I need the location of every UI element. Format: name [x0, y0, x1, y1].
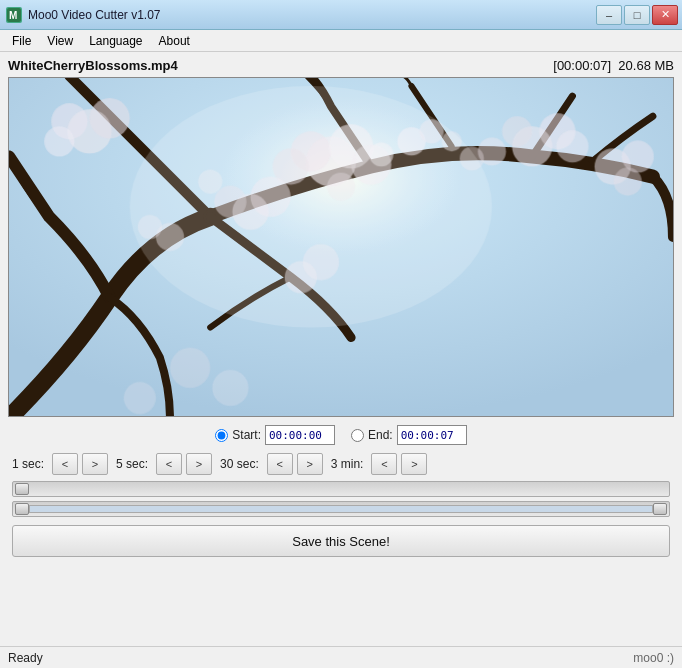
maximize-button[interactable]: □	[624, 5, 650, 25]
range-start-thumb[interactable]	[15, 503, 29, 515]
status-text: Ready	[8, 651, 43, 665]
seek-1sec-label: 1 sec:	[12, 457, 44, 471]
video-display[interactable]	[8, 77, 674, 417]
svg-point-15	[502, 116, 532, 146]
range-track[interactable]	[12, 501, 670, 517]
status-bar: Ready moo0 :)	[0, 646, 682, 668]
playhead-slider-row	[8, 481, 674, 497]
menu-language[interactable]: Language	[81, 32, 150, 50]
range-end-thumb[interactable]	[653, 503, 667, 515]
time-controls: Start: End:	[8, 425, 674, 445]
menu-view[interactable]: View	[39, 32, 81, 50]
window-title: Moo0 Video Cutter v1.07	[28, 8, 161, 22]
file-time: [00:00:07]	[553, 58, 611, 73]
start-time-input[interactable]	[265, 425, 335, 445]
playhead-thumb[interactable]	[15, 483, 29, 495]
seek-5sec-back[interactable]: <	[156, 453, 182, 475]
seek-3min-forward[interactable]: >	[401, 453, 427, 475]
svg-point-16	[556, 130, 588, 162]
range-fill	[29, 505, 653, 513]
seek-30sec-back[interactable]: <	[267, 453, 293, 475]
end-radio[interactable]	[351, 429, 364, 442]
menu-about[interactable]: About	[151, 32, 198, 50]
file-name: WhiteCherryBlossoms.mp4	[8, 58, 178, 73]
menu-bar: File View Language About	[0, 30, 682, 52]
svg-point-11	[89, 98, 129, 138]
seek-5sec-forward[interactable]: >	[186, 453, 212, 475]
seek-3min-back[interactable]: <	[371, 453, 397, 475]
svg-point-36	[212, 370, 248, 406]
end-time-input[interactable]	[397, 425, 467, 445]
svg-point-12	[44, 126, 74, 156]
brand-text: moo0 :)	[633, 651, 674, 665]
main-content: WhiteCherryBlossoms.mp4 [00:00:07] 20.68…	[0, 52, 682, 668]
seek-controls: 1 sec: < > 5 sec: < > 30 sec: < > 3 min:…	[8, 453, 674, 475]
menu-file[interactable]: File	[4, 32, 39, 50]
seek-30sec-label: 30 sec:	[220, 457, 259, 471]
title-bar: M Moo0 Video Cutter v1.07 – □ ✕	[0, 0, 682, 30]
start-radio[interactable]	[215, 429, 228, 442]
svg-point-35	[170, 348, 210, 388]
save-scene-button[interactable]: Save this Scene!	[12, 525, 670, 557]
seek-1sec-forward[interactable]: >	[82, 453, 108, 475]
start-label: Start:	[232, 428, 261, 442]
end-label: End:	[368, 428, 393, 442]
seek-5sec-label: 5 sec:	[116, 457, 148, 471]
playhead-track[interactable]	[12, 481, 670, 497]
save-button-row: Save this Scene!	[8, 521, 674, 561]
end-group: End:	[351, 425, 467, 445]
svg-text:M: M	[9, 10, 17, 21]
video-frame-svg	[9, 78, 673, 416]
app-icon: M	[6, 7, 22, 23]
svg-point-37	[124, 382, 156, 414]
seek-1sec-back[interactable]: <	[52, 453, 78, 475]
file-meta: [00:00:07] 20.68 MB	[553, 58, 674, 73]
svg-point-22	[614, 168, 642, 196]
range-slider-row	[8, 501, 674, 517]
svg-point-38	[130, 86, 492, 327]
file-info-bar: WhiteCherryBlossoms.mp4 [00:00:07] 20.68…	[8, 58, 674, 73]
file-size: 20.68 MB	[618, 58, 674, 73]
seek-3min-label: 3 min:	[331, 457, 364, 471]
start-group: Start:	[215, 425, 335, 445]
window-controls: – □ ✕	[596, 5, 678, 25]
close-button[interactable]: ✕	[652, 5, 678, 25]
minimize-button[interactable]: –	[596, 5, 622, 25]
seek-30sec-forward[interactable]: >	[297, 453, 323, 475]
